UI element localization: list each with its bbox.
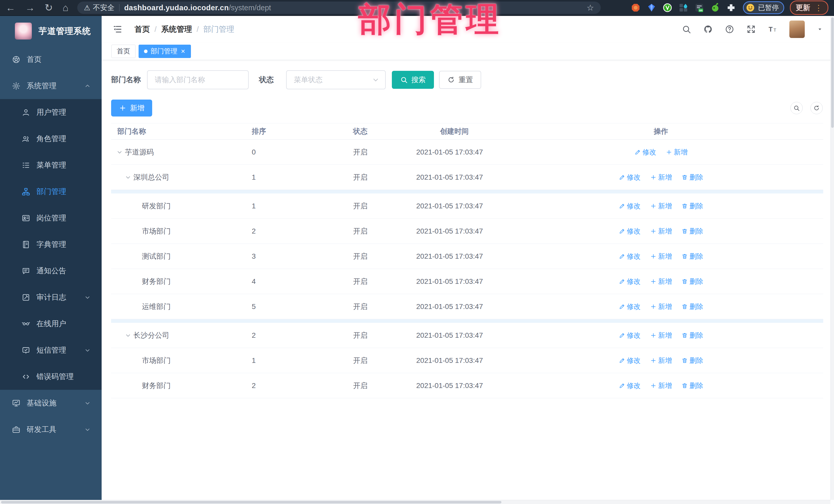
delete-icon (681, 303, 688, 310)
row-action-delete-link[interactable]: 删除 (681, 226, 703, 236)
extension-green-bot-icon[interactable] (710, 3, 720, 13)
status-select[interactable]: 菜单状态 (286, 70, 386, 89)
close-icon[interactable]: × (180, 48, 185, 55)
caret-down-icon[interactable] (816, 26, 823, 32)
browser-back-icon[interactable]: ← (6, 2, 15, 13)
plus-icon (650, 203, 657, 210)
chevron-up-icon (84, 83, 91, 89)
help-icon[interactable] (725, 24, 734, 34)
row-action-delete-link[interactable]: 删除 (681, 331, 703, 340)
dept-name-input[interactable] (147, 70, 249, 89)
infra-icon (12, 399, 21, 408)
row-action-delete-link[interactable]: 删除 (681, 302, 703, 311)
row-action-add-link[interactable]: 新增 (666, 148, 688, 157)
sidebar-item-user[interactable]: 用户管理 (0, 99, 102, 126)
browser-update-button[interactable]: 更新 ⋮ (790, 1, 828, 15)
add-button[interactable]: 新增 (111, 100, 152, 116)
logo-row[interactable]: 芋道管理系统 (0, 16, 102, 46)
sidebar-item-dict[interactable]: 字典管理 (0, 231, 102, 258)
search-button[interactable]: 搜索 (392, 71, 434, 89)
row-action-delete-link[interactable]: 删除 (681, 201, 703, 211)
browser-reload-icon[interactable]: ↻ (45, 2, 53, 13)
hamburger-icon[interactable] (112, 24, 123, 35)
row-action-edit-link[interactable]: 修改 (619, 201, 641, 211)
sidebar-item-role[interactable]: 角色管理 (0, 126, 102, 152)
tab-home[interactable]: 首页 (111, 45, 135, 58)
header-created: 创建时间 (410, 127, 499, 136)
row-action-delete-link[interactable]: 删除 (681, 381, 703, 390)
actions-cell: 修改新增删除 (499, 173, 823, 182)
extension-list-on-badge-icon[interactable]: on (694, 3, 704, 13)
sidebar-item-post[interactable]: 岗位管理 (0, 205, 102, 231)
row-action-delete-link[interactable]: 删除 (681, 252, 703, 261)
toggle-search-button[interactable] (790, 102, 803, 114)
expand-chevron-icon[interactable] (125, 332, 131, 339)
tab-dept[interactable]: 部门管理 × (138, 45, 191, 58)
table-row: 财务部门 4 开启 2021-01-05 17:03:47 修改新增删除 (111, 269, 823, 294)
row-action-add-link[interactable]: 新增 (650, 277, 672, 286)
sidebar-item-menu[interactable]: 菜单管理 (0, 152, 102, 178)
status-cell: 开启 (347, 201, 410, 211)
font-size-icon[interactable]: TT (768, 24, 777, 34)
bookmark-star-icon[interactable]: ☆ (587, 3, 594, 13)
row-action-edit-link[interactable]: 修改 (619, 381, 641, 390)
row-action-edit-link[interactable]: 修改 (634, 148, 656, 157)
sidebar-item-home[interactable]: 首页 (0, 46, 102, 73)
github-icon[interactable] (703, 24, 713, 34)
refresh-table-button[interactable] (810, 102, 823, 114)
browser-forward-icon[interactable]: → (25, 2, 35, 13)
row-action-edit-link[interactable]: 修改 (619, 252, 641, 261)
sidebar-item-notice[interactable]: 通知公告 (0, 258, 102, 284)
reset-button[interactable]: 重置 (439, 71, 481, 89)
row-action-edit-link[interactable]: 修改 (619, 302, 641, 311)
browser-chrome: ← → ↻ ⌂ ⚠ 不安全 dashboard.yudao.iocoder.cn… (0, 0, 834, 16)
row-action-edit-link[interactable]: 修改 (619, 173, 641, 182)
row-action-add-link[interactable]: 新增 (650, 226, 672, 236)
expand-chevron-icon[interactable] (116, 149, 123, 155)
sms-icon (22, 346, 30, 355)
breadcrumb-item[interactable]: 系统管理 (161, 24, 192, 35)
browser-home-icon[interactable]: ⌂ (63, 2, 68, 13)
row-action-add-link[interactable]: 新增 (650, 331, 672, 340)
extension-puzzle-icon[interactable] (726, 3, 736, 13)
sidebar-item-online-user[interactable]: 在线用户 (0, 310, 102, 337)
row-action-add-link[interactable]: 新增 (650, 381, 672, 390)
sidebar-item-infra[interactable]: 基础设施 (0, 390, 102, 416)
row-action-delete-link[interactable]: 删除 (681, 356, 703, 365)
sidebar-item-audit-log[interactable]: 审计日志 (0, 284, 102, 310)
row-action-edit-link[interactable]: 修改 (619, 356, 641, 365)
sidebar-item-error-code[interactable]: 错误码管理 (0, 364, 102, 390)
vertical-scrollbar-thumb[interactable] (831, 18, 834, 128)
row-action-edit-link[interactable]: 修改 (619, 277, 641, 286)
row-action-delete-link[interactable]: 删除 (681, 173, 703, 182)
extension-orange-shield-icon[interactable] (631, 3, 641, 13)
refresh-icon (813, 105, 820, 111)
row-action-delete-link[interactable]: 删除 (681, 277, 703, 286)
vertical-scrollbar[interactable] (830, 16, 834, 500)
extension-grid-drop-icon[interactable] (678, 3, 688, 13)
browser-profile-chip[interactable]: 已暂停 (743, 1, 784, 14)
expand-chevron-icon[interactable] (125, 174, 131, 181)
breadcrumb-item[interactable]: 首页 (134, 24, 150, 35)
row-action-add-link[interactable]: 新增 (650, 302, 672, 311)
horizontal-scrollbar-thumb[interactable] (1, 501, 501, 503)
extension-green-badge-icon[interactable] (662, 3, 673, 13)
extension-blue-gem-icon[interactable] (646, 3, 657, 13)
row-action-add-link[interactable]: 新增 (650, 252, 672, 261)
row-action-edit-link[interactable]: 修改 (619, 226, 641, 236)
row-action-add-link[interactable]: 新增 (650, 201, 672, 211)
search-icon[interactable] (682, 24, 691, 34)
sidebar-item-dept[interactable]: 部门管理 (0, 178, 102, 205)
row-action-edit-link[interactable]: 修改 (619, 331, 641, 340)
sidebar-item-system[interactable]: 系统管理 (0, 73, 102, 99)
row-action-add-link[interactable]: 新增 (650, 173, 672, 182)
browser-menu-dots-icon[interactable]: ⋮ (815, 3, 822, 12)
fullscreen-icon[interactable] (746, 24, 756, 34)
row-action-add-link[interactable]: 新增 (650, 356, 672, 365)
user-avatar[interactable] (789, 21, 805, 38)
address-bar[interactable]: ⚠ 不安全 dashboard.yudao.iocoder.cn /system… (77, 2, 601, 14)
sidebar-item-dev-tools[interactable]: 研发工具 (0, 416, 102, 443)
insecure-label[interactable]: 不安全 (93, 3, 114, 13)
horizontal-scrollbar[interactable] (0, 500, 830, 504)
sidebar-item-sms[interactable]: 短信管理 (0, 337, 102, 364)
